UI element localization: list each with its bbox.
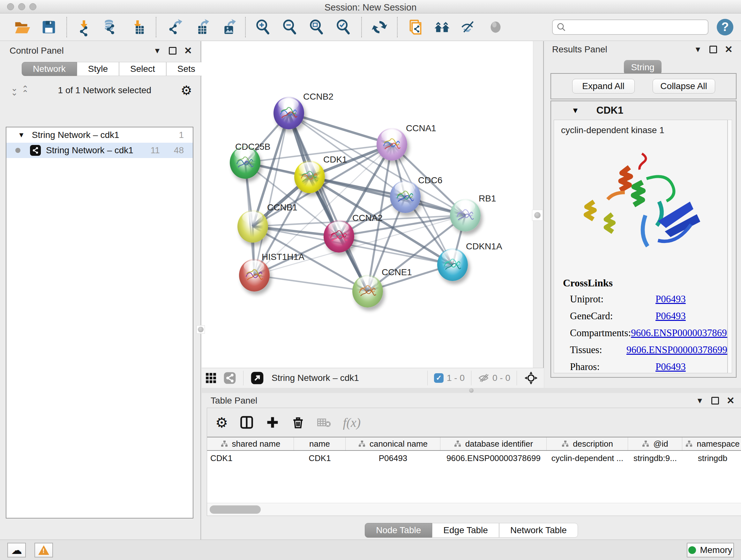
zoom-fit-button[interactable]: [305, 17, 329, 38]
cloud-button[interactable]: ☁: [7, 543, 26, 557]
export-network-button[interactable]: [162, 17, 186, 38]
panel-menu-icon[interactable]: ▼: [153, 46, 161, 55]
import-network-from-database-button[interactable]: [99, 17, 123, 38]
column-header-database-identifier[interactable]: database identifier: [441, 437, 547, 450]
search-box[interactable]: [552, 19, 709, 35]
first-neighbors-button[interactable]: [430, 17, 454, 38]
column-header--id[interactable]: @id: [628, 437, 682, 450]
network-node-cdc6[interactable]: [390, 180, 421, 213]
network-node-ccna2[interactable]: [324, 220, 354, 253]
show-columns-icon[interactable]: [239, 415, 254, 430]
crosslinks-title: CrossLinks: [563, 277, 727, 289]
tab-network[interactable]: Network: [22, 62, 77, 76]
grid-view-button[interactable]: [202, 372, 220, 384]
expand-all-button[interactable]: Expand All: [572, 79, 635, 94]
network-node-rb1[interactable]: [450, 199, 481, 232]
right-splitter-handle[interactable]: [532, 210, 543, 221]
network-node-ccnb1[interactable]: [238, 210, 268, 243]
column-header-namespace[interactable]: namespace: [682, 437, 741, 450]
crosslink-link[interactable]: P06493: [656, 310, 686, 322]
clone-network-icon: [406, 18, 424, 37]
table-menu-icon[interactable]: ▼: [696, 396, 704, 405]
crosslink-link[interactable]: 9606.ENSP00000378699: [626, 344, 727, 356]
show-all-button[interactable]: [484, 17, 508, 38]
tab-select[interactable]: Select: [119, 62, 166, 76]
table-close-icon[interactable]: ✕: [727, 395, 735, 406]
results-scrollbar[interactable]: [728, 120, 732, 373]
network-node-cdk1[interactable]: [294, 161, 325, 193]
create-column-icon[interactable]: [266, 415, 280, 429]
zoom-selected-button[interactable]: [332, 17, 355, 38]
table-toolbar: ⚙ f(x): [207, 408, 741, 437]
results-menu-icon[interactable]: ▼: [694, 45, 702, 54]
network-node-hist1h1a[interactable]: [239, 259, 270, 292]
collapse-all-icon[interactable]: ⌄⌄: [11, 86, 17, 95]
clone-network-button[interactable]: [403, 17, 427, 38]
tab-node-table[interactable]: Node Table: [365, 523, 432, 538]
gene-section-body: cyclin-dependent kinase 1: [554, 120, 728, 373]
zoom-out-button[interactable]: [278, 17, 302, 38]
crosslink-link[interactable]: P06493: [656, 294, 686, 305]
network-node-ccne1[interactable]: [352, 275, 383, 307]
zoom-in-button[interactable]: [252, 17, 275, 38]
tab-edge-table[interactable]: Edge Table: [432, 523, 499, 538]
hide-selected-button[interactable]: [457, 17, 481, 38]
network-row-selected[interactable]: String Network – cdk1 11 48: [6, 143, 193, 158]
tab-sets[interactable]: Sets: [166, 62, 206, 76]
panel-float-icon[interactable]: [169, 47, 177, 55]
table-hscrollbar[interactable]: [207, 503, 741, 516]
network-node-ccnb2[interactable]: [273, 97, 304, 129]
collapse-all-button[interactable]: Collapse All: [653, 79, 715, 94]
panel-close-icon[interactable]: ✕: [184, 45, 192, 56]
results-float-icon[interactable]: [710, 46, 717, 53]
selected-checkbox-icon[interactable]: ✓: [434, 373, 444, 383]
tab-style[interactable]: Style: [77, 62, 119, 76]
table-row[interactable]: CDK1CDK1P064939606.ENSP00000378699cyclin…: [207, 451, 741, 465]
node-label-ccna2: CCNA2: [352, 213, 383, 223]
status-bar: ☁ Memory: [0, 540, 741, 560]
expand-all-icon[interactable]: ⌄⌄: [23, 86, 29, 95]
search-input[interactable]: [569, 22, 704, 32]
column-header-description[interactable]: description: [547, 437, 628, 450]
import-table-button[interactable]: [126, 17, 150, 38]
results-close-icon[interactable]: ✕: [725, 44, 733, 55]
hscroll-thumb[interactable]: [210, 505, 261, 514]
table-float-icon[interactable]: [711, 397, 719, 405]
horizontal-splitter[interactable]: [202, 388, 741, 393]
network-canvas[interactable]: CCNB2CCNA1CDC25BCDK1CDC6RB1CCNB1CCNA2CDK…: [202, 41, 534, 368]
fit-content-button[interactable]: [521, 371, 541, 385]
tab-string[interactable]: String: [624, 60, 662, 75]
network-options-gear-icon[interactable]: ⚙: [181, 83, 192, 98]
control-panel: Control Panel ▼ ✕ NetworkStyleSelectSets…: [0, 41, 201, 540]
table-cell: stringdb: [682, 451, 741, 465]
refresh-view-button[interactable]: [367, 17, 391, 38]
table-options-gear-icon[interactable]: ⚙: [215, 415, 228, 431]
gene-collapse-icon[interactable]: ▼: [571, 106, 579, 115]
column-header-canonical-name[interactable]: canonical name: [346, 437, 441, 450]
collection-expand-icon[interactable]: ▼: [18, 131, 25, 139]
left-splitter-handle[interactable]: [197, 325, 205, 334]
help-button[interactable]: ?: [717, 19, 733, 36]
open-session-button[interactable]: [10, 17, 34, 38]
network-view-button[interactable]: [220, 372, 239, 384]
delete-column-icon[interactable]: [291, 415, 305, 429]
network-node-ccna1[interactable]: [377, 128, 407, 161]
column-tree-icon: [454, 440, 461, 448]
column-header-name[interactable]: name: [294, 437, 346, 450]
gene-section-header[interactable]: ▼ CDK1: [551, 101, 736, 120]
import-network-button[interactable]: [73, 17, 96, 38]
birdseye-view-button[interactable]: [247, 371, 267, 385]
column-header-shared-name[interactable]: shared name: [207, 437, 294, 450]
tab-network-table[interactable]: Network Table: [499, 523, 578, 538]
table-box: ⚙ f(x) shared namenamecanonical namedata…: [207, 408, 741, 516]
warnings-button[interactable]: [35, 543, 53, 557]
memory-button[interactable]: Memory: [687, 543, 734, 557]
save-session-button[interactable]: [37, 17, 61, 38]
export-image-button[interactable]: [216, 17, 239, 38]
network-collection-row[interactable]: ▼ String Network – cdk1 1: [6, 127, 193, 143]
export-table-button[interactable]: [189, 17, 212, 38]
crosslink-link[interactable]: P06493: [656, 361, 686, 373]
crosslink-link[interactable]: 9606.ENSP00000378699: [631, 327, 728, 339]
network-node-cdkn1a[interactable]: [437, 248, 468, 281]
results-panel: Results Panel ▼ ✕ String Expand All Coll…: [544, 41, 741, 388]
